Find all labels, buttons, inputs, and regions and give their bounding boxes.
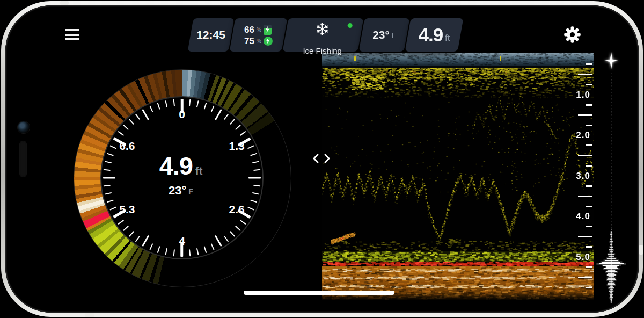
- depth-value: 4.9: [418, 24, 443, 46]
- depth-ruler-tick: [586, 287, 592, 288]
- depth-ruler-label: 4.0: [576, 211, 590, 222]
- depth-ruler-tick: [586, 104, 592, 106]
- depth-ruler-tick: [586, 226, 592, 227]
- antenna-band-top: [60, 1, 69, 5]
- sonar-battery-row: 75 %: [244, 37, 273, 46]
- device-battery-unit: %: [257, 27, 261, 33]
- front-camera: [18, 121, 30, 133]
- depth-ruler-tick: [586, 144, 592, 146]
- flasher-temp-unit: F: [188, 187, 193, 196]
- depth-ruler-tick: [586, 125, 592, 126]
- connection-status-dot: [348, 23, 353, 28]
- device-battery-percent: 66: [244, 25, 254, 34]
- depth-ruler-tick: [578, 155, 592, 156]
- depth-ruler-label: 1.0: [576, 90, 590, 100]
- chevron-left-icon: [314, 155, 318, 163]
- device-battery-icon: [264, 25, 272, 35]
- temperature-unit: F: [392, 31, 396, 39]
- flasher-depth-value: 4.9: [159, 151, 193, 180]
- statusbar-temperature-segment[interactable]: 23° F: [359, 18, 410, 52]
- depth-ruler-tick: [586, 165, 592, 167]
- depth-ruler-tick: [578, 277, 592, 278]
- depth-ruler-tick: [578, 74, 592, 75]
- depth-ruler-tick: [586, 206, 592, 207]
- a-scope-strip: [595, 48, 628, 309]
- flasher-temp-value: 23°: [169, 184, 186, 198]
- depth-ruler-tick: [586, 84, 592, 85]
- device-battery-row: 66 %: [244, 25, 273, 35]
- sonar-battery-unit: %: [257, 38, 261, 44]
- depth-ruler-tick: [578, 114, 592, 116]
- settings-gear-icon[interactable]: [563, 25, 582, 44]
- depth-unit: ft: [445, 33, 450, 44]
- statusbar-time-segment[interactable]: 12:45: [188, 18, 235, 52]
- antenna-band-right: [639, 245, 643, 255]
- depth-ruler-tick: [578, 236, 592, 237]
- statusbar-depth-segment[interactable]: 4.9 ft: [405, 18, 464, 52]
- depth-ruler-label: 2.0: [576, 130, 590, 141]
- statusbar-mode-segment[interactable]: Ice Fishing: [283, 18, 364, 52]
- depth-ruler-label: 5.0: [576, 252, 590, 263]
- flasher-dial: 01.32.645.36.6 4.9 ft 23° F: [74, 69, 291, 287]
- depth-ruler: 1.02.03.04.05.0: [558, 52, 594, 303]
- mode-label: Ice Fishing: [303, 46, 342, 55]
- depth-ruler-tick: [586, 266, 592, 268]
- depth-ruler-tick: [586, 63, 592, 65]
- menu-icon[interactable]: [65, 29, 79, 43]
- page-switcher[interactable]: [312, 154, 331, 165]
- chevron-right-icon: [325, 155, 329, 163]
- antenna-band-bottom: [85, 313, 94, 317]
- flasher-depth-unit: ft: [195, 165, 202, 177]
- home-indicator[interactable]: [244, 291, 394, 295]
- temperature-value: 23°: [372, 28, 390, 41]
- time-text: 12:45: [196, 28, 225, 41]
- depth-ruler-tick: [578, 196, 592, 197]
- sonar-scroll-view[interactable]: [322, 52, 594, 300]
- depth-ruler-label: 3.0: [576, 171, 590, 182]
- depth-ruler-tick: [586, 246, 592, 248]
- snowflake-icon: [316, 22, 330, 38]
- flasher-center-readout: 4.9 ft 23° F: [100, 93, 261, 255]
- earpiece-speaker: [19, 141, 27, 177]
- depth-ruler-tick: [586, 185, 592, 187]
- sonar-battery-icon: [264, 37, 273, 46]
- phone-mockup: 12:45 66 % 75 % Ice Fishing 23° F: [0, 0, 644, 318]
- statusbar-battery-segment[interactable]: 66 % 75 %: [230, 18, 288, 52]
- sonar-battery-percent: 75: [244, 37, 254, 46]
